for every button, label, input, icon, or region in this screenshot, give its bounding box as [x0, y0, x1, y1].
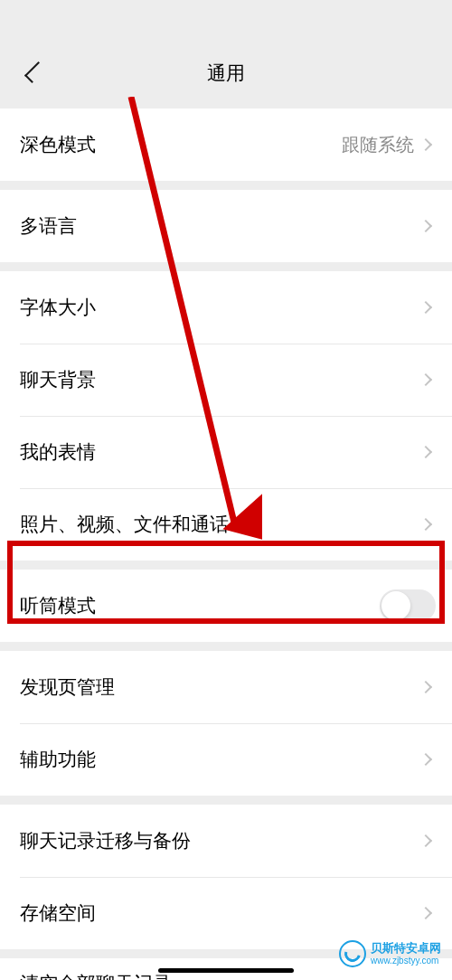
group-language: 多语言: [0, 190, 452, 262]
chevron-right-icon: [419, 301, 432, 314]
group-chat-settings: 字体大小 聊天背景 我的表情 照片、视频、文件和通话: [0, 271, 452, 561]
group-storage: 聊天记录迁移与备份 存储空间: [0, 805, 452, 949]
row-media-files[interactable]: 照片、视频、文件和通话: [0, 488, 452, 561]
group-discover: 发现页管理 辅助功能: [0, 651, 452, 796]
toggle-knob: [381, 591, 410, 620]
row-chat-migration[interactable]: 聊天记录迁移与备份: [0, 805, 452, 877]
chevron-left-icon: [24, 61, 46, 83]
home-indicator: [158, 968, 294, 973]
row-label: 深色模式: [20, 132, 342, 157]
watermark: 贝斯特安卓网 www.zjbstyy.com: [339, 940, 441, 967]
toggle-switch[interactable]: [380, 589, 436, 622]
chevron-right-icon: [419, 446, 432, 458]
watermark-line1: 贝斯特安卓网: [371, 942, 441, 955]
row-font-size[interactable]: 字体大小: [0, 271, 452, 344]
page-title: 通用: [207, 61, 245, 86]
group-earpiece: 听筒模式: [0, 570, 452, 642]
header: 通用: [0, 0, 452, 99]
row-label: 辅助功能: [20, 747, 421, 772]
row-dark-mode[interactable]: 深色模式 跟随系统: [0, 108, 452, 181]
row-label: 存储空间: [20, 900, 421, 926]
row-label: 发现页管理: [20, 674, 421, 700]
watermark-icon: [339, 940, 366, 967]
chevron-right-icon: [419, 681, 432, 693]
group-appearance: 深色模式 跟随系统: [0, 108, 452, 181]
watermark-text: 贝斯特安卓网 www.zjbstyy.com: [371, 942, 441, 965]
chevron-right-icon: [419, 373, 432, 386]
row-label: 听筒模式: [20, 593, 380, 618]
row-label: 照片、视频、文件和通话: [20, 512, 421, 537]
row-label: 聊天记录迁移与备份: [20, 828, 421, 853]
back-button[interactable]: [20, 59, 47, 86]
row-my-emoji[interactable]: 我的表情: [0, 416, 452, 488]
chevron-right-icon: [419, 220, 432, 232]
row-label: 多语言: [20, 213, 421, 239]
row-earpiece-mode[interactable]: 听筒模式: [0, 570, 452, 642]
chevron-right-icon: [419, 518, 432, 531]
row-chat-bg[interactable]: 聊天背景: [0, 344, 452, 416]
chevron-right-icon: [419, 138, 432, 151]
chevron-right-icon: [419, 907, 432, 919]
row-label: 字体大小: [20, 295, 421, 320]
chevron-right-icon: [419, 753, 432, 766]
row-discover-mgmt[interactable]: 发现页管理: [0, 651, 452, 723]
row-language[interactable]: 多语言: [0, 190, 452, 262]
row-label: 聊天背景: [20, 367, 421, 392]
watermark-line2: www.zjbstyy.com: [371, 956, 441, 966]
chevron-right-icon: [419, 834, 432, 847]
row-accessibility[interactable]: 辅助功能: [0, 723, 452, 796]
row-storage[interactable]: 存储空间: [0, 877, 452, 949]
row-label: 我的表情: [20, 439, 421, 465]
row-value: 跟随系统: [342, 133, 414, 157]
